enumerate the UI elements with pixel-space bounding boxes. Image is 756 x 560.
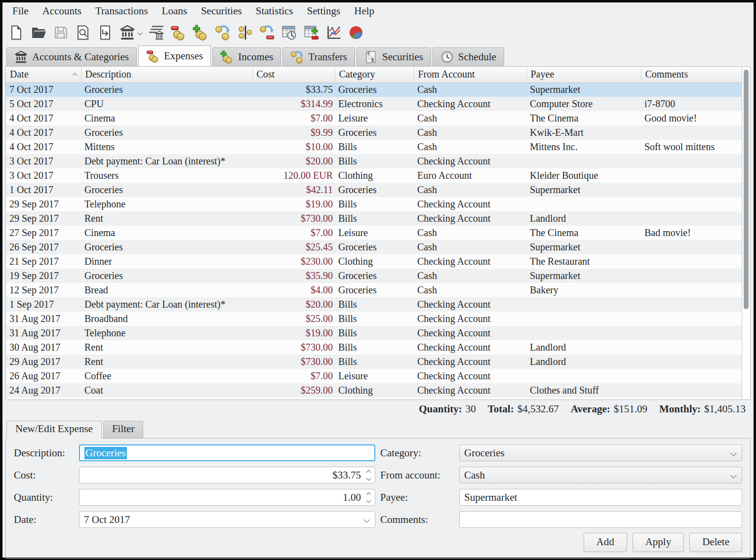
- cell-from-account: Cash: [414, 82, 526, 97]
- add-button[interactable]: Add: [584, 533, 627, 552]
- split-transaction-button[interactable]: [237, 24, 253, 41]
- table-row[interactable]: 5 Oct 2017CPU$314.99ElectronicsChecking …: [6, 97, 742, 111]
- menu-loans[interactable]: Loans: [155, 3, 194, 20]
- editor-tab-new-edit-expense[interactable]: New/Edit Expense: [6, 421, 102, 439]
- new-income-button[interactable]: [193, 24, 208, 41]
- table-row[interactable]: 3 Oct 2017Debt payment: Car Loan (intere…: [6, 154, 742, 168]
- save-button: [53, 24, 69, 41]
- table-row[interactable]: 31 Aug 2017Telephone$19.00BillsChecking …: [6, 326, 742, 340]
- tab-accounts-categories[interactable]: Accounts & Categories: [6, 47, 137, 66]
- new-file-button[interactable]: [8, 24, 24, 41]
- menu-file[interactable]: File: [5, 3, 36, 20]
- print-preview-button[interactable]: [75, 24, 91, 41]
- table-row[interactable]: 4 Oct 2017Mittens$10.00BillsCashMittens …: [6, 140, 742, 154]
- categories-pie-chart-button[interactable]: [348, 24, 364, 41]
- cell-payee: [526, 312, 641, 326]
- table-row[interactable]: 30 Aug 2017Rent$730.00BillsChecking Acco…: [6, 340, 742, 355]
- table-row[interactable]: 7 Oct 2017Groceries$33.75GroceriesCashSu…: [6, 82, 742, 97]
- tab-incomes[interactable]: Incomes: [212, 47, 281, 66]
- tab-securities[interactable]: Securities: [357, 47, 431, 66]
- save-icon: [53, 25, 69, 40]
- table-row[interactable]: 29 Aug 2017Rent$730.00BillsChecking Acco…: [6, 355, 742, 369]
- scrollbar-thumb[interactable]: [744, 70, 749, 309]
- spin-up-icon[interactable]: [366, 492, 371, 497]
- table-row[interactable]: 24 Aug 2017Coat$259.00ClothingChecking A…: [6, 383, 742, 398]
- cell-payee: Supermarket: [526, 269, 641, 283]
- editor-tab-filter[interactable]: Filter: [103, 421, 144, 438]
- table-row[interactable]: 12 Sep 2017Bread$4.00GroceriesCashBakery: [6, 283, 742, 297]
- table-row[interactable]: 19 Sep 2017Groceries$35.90GroceriesCashS…: [6, 269, 742, 283]
- import-button[interactable]: [97, 24, 113, 41]
- tab-expenses[interactable]: Expenses: [138, 45, 211, 66]
- account-ledger-button[interactable]: [148, 24, 164, 41]
- editor-panel: New/Edit ExpenseFilter Description: Groc…: [2, 418, 754, 560]
- table-row[interactable]: 26 Aug 2017Coffee$7.00LeisureChecking Ac…: [6, 369, 742, 383]
- table-row[interactable]: 31 Aug 2017Broadband$25.00BillsChecking …: [6, 312, 742, 326]
- spin-up-icon[interactable]: [366, 470, 371, 475]
- table-row[interactable]: 29 Sep 2017Rent$730.00BillsChecking Acco…: [6, 211, 742, 226]
- description-input[interactable]: Groceries: [79, 444, 375, 461]
- column-header-date[interactable]: Date: [6, 67, 81, 82]
- payee-input[interactable]: Supermarket: [459, 489, 742, 506]
- cell-cost: $10.00: [252, 140, 335, 154]
- date-select[interactable]: 7 Oct 2017: [79, 511, 375, 528]
- table-row[interactable]: 21 Sep 2017Dinner$230.00ClothingChecking…: [6, 254, 742, 269]
- column-label: Comments: [645, 69, 688, 80]
- summary-total: Total:$4,532.67: [488, 403, 559, 415]
- menu-accounts[interactable]: Accounts: [36, 3, 88, 20]
- cell-cost: $42.11: [252, 183, 335, 197]
- cell-category: Bills: [335, 154, 414, 168]
- comments-input[interactable]: [459, 511, 742, 528]
- summary-monthly: Monthly:$1,405.13: [659, 403, 746, 415]
- from-account-select[interactable]: Cash: [459, 467, 742, 483]
- cost-input[interactable]: $33.75: [79, 467, 375, 483]
- open-file-button[interactable]: [31, 24, 46, 41]
- menu-transactions[interactable]: Transactions: [88, 3, 155, 20]
- menu-statistics[interactable]: Statistics: [249, 3, 300, 20]
- cell-from-account: Checking Account: [414, 326, 526, 340]
- transactions-table: DateDescriptionCostCategoryFrom AccountP…: [5, 66, 751, 400]
- new-transfer-button[interactable]: [215, 24, 231, 41]
- chart-over-time-button[interactable]: [326, 24, 342, 41]
- spin-down-icon[interactable]: [366, 498, 371, 503]
- delete-button[interactable]: Delete: [689, 533, 742, 552]
- new-expense-button[interactable]: [170, 24, 186, 41]
- menu-securities[interactable]: Securities: [194, 3, 249, 20]
- table-row[interactable]: 26 Sep 2017Groceries$25.45GroceriesCashS…: [6, 240, 742, 254]
- table-row[interactable]: 29 Sep 2017Telephone$19.00BillsChecking …: [6, 197, 742, 211]
- spin-down-icon[interactable]: [366, 476, 371, 480]
- column-header-comments[interactable]: Comments: [641, 67, 742, 82]
- category-select[interactable]: Groceries: [459, 444, 742, 461]
- column-header-category[interactable]: Category: [335, 67, 414, 82]
- import-icon: [97, 25, 113, 40]
- column-header-description[interactable]: Description: [81, 67, 252, 82]
- tab-transfers[interactable]: Transfers: [282, 47, 355, 66]
- tab-schedule[interactable]: Schedule: [433, 47, 504, 66]
- refund-button[interactable]: [259, 24, 275, 41]
- table-row[interactable]: 1 Sep 2017Debt payment: Car Loan (intere…: [6, 297, 742, 312]
- edit-scheduled-button[interactable]: [304, 24, 319, 41]
- table-row[interactable]: 27 Sep 2017Cinema$7.00LeisureCashThe Cin…: [6, 226, 742, 240]
- cell-cost: $7.00: [252, 226, 335, 240]
- apply-button[interactable]: Apply: [633, 533, 684, 552]
- chevron-down-icon: [363, 517, 370, 523]
- cell-from-account: Checking Account: [414, 355, 526, 369]
- quantity-input[interactable]: 1.00: [79, 489, 375, 506]
- cell-date: 19 Sep 2017: [6, 269, 81, 283]
- menu-settings[interactable]: Settings: [300, 3, 348, 20]
- cell-category: Bills: [335, 326, 414, 340]
- table-row[interactable]: 4 Oct 2017Groceries$9.99GroceriesCashKwi…: [6, 125, 742, 140]
- column-header-payee[interactable]: Payee: [526, 67, 641, 82]
- cost-spinner[interactable]: [367, 471, 370, 480]
- column-header-from-account[interactable]: From Account: [414, 67, 526, 82]
- schedule-transaction-button[interactable]: [281, 24, 297, 41]
- table-row[interactable]: 3 Oct 2017Trousers120.00 EURClothingEuro…: [6, 168, 742, 183]
- table-row[interactable]: 4 Oct 2017Cinema$7.00LeisureCashThe Cine…: [6, 111, 742, 125]
- column-header-cost[interactable]: Cost: [252, 67, 335, 82]
- new-account-button[interactable]: [119, 24, 142, 41]
- vertical-scrollbar[interactable]: [742, 67, 750, 400]
- cell-date: 4 Oct 2017: [6, 125, 81, 140]
- quantity-spinner[interactable]: [367, 493, 370, 502]
- table-row[interactable]: 1 Oct 2017Groceries$42.11GroceriesCashSu…: [6, 183, 742, 197]
- menu-help[interactable]: Help: [347, 3, 381, 20]
